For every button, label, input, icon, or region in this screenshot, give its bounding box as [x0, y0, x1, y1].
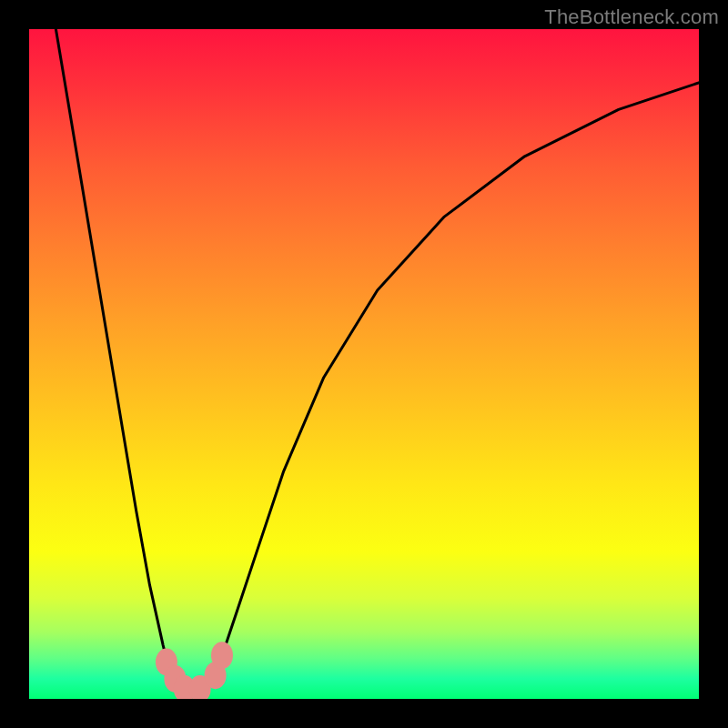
- bottleneck-curve-svg: [29, 29, 699, 699]
- plot-area: [29, 29, 699, 699]
- bottleneck-curve: [56, 29, 699, 695]
- chart-frame: TheBottleneck.com: [0, 0, 728, 728]
- curve-marker: [211, 642, 233, 669]
- watermark-label: TheBottleneck.com: [544, 5, 719, 29]
- marker-group: [156, 642, 233, 699]
